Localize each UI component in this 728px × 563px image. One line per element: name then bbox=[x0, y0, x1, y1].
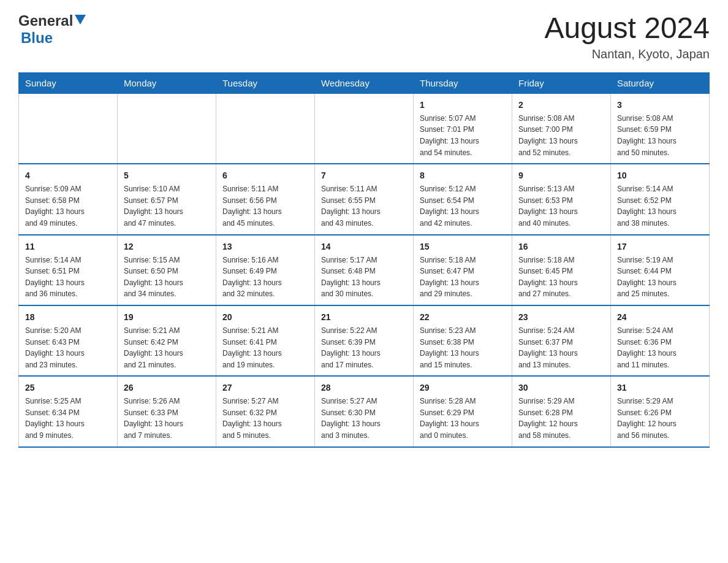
day-number: 9 bbox=[518, 169, 604, 182]
calendar-week-row: 18Sunrise: 5:20 AM Sunset: 6:43 PM Dayli… bbox=[19, 305, 710, 376]
calendar-cell: 10Sunrise: 5:14 AM Sunset: 6:52 PM Dayli… bbox=[611, 164, 710, 234]
day-info: Sunrise: 5:10 AM Sunset: 6:57 PM Dayligh… bbox=[124, 183, 210, 229]
day-number: 5 bbox=[124, 169, 210, 182]
calendar-cell: 2Sunrise: 5:08 AM Sunset: 7:00 PM Daylig… bbox=[512, 93, 611, 164]
day-info: Sunrise: 5:25 AM Sunset: 6:34 PM Dayligh… bbox=[25, 396, 111, 441]
calendar-week-row: 25Sunrise: 5:25 AM Sunset: 6:34 PM Dayli… bbox=[19, 376, 710, 446]
day-info: Sunrise: 5:08 AM Sunset: 7:00 PM Dayligh… bbox=[518, 113, 604, 158]
day-number: 23 bbox=[518, 311, 604, 324]
day-number: 12 bbox=[124, 240, 210, 253]
calendar-cell: 4Sunrise: 5:09 AM Sunset: 6:58 PM Daylig… bbox=[19, 164, 118, 234]
day-info: Sunrise: 5:20 AM Sunset: 6:43 PM Dayligh… bbox=[25, 325, 111, 370]
calendar-cell: 21Sunrise: 5:22 AM Sunset: 6:39 PM Dayli… bbox=[315, 305, 414, 376]
month-year-title: August 2024 bbox=[544, 12, 710, 45]
weekday-header-tuesday: Tuesday bbox=[216, 72, 315, 93]
calendar-cell bbox=[315, 93, 414, 164]
day-number: 8 bbox=[420, 169, 506, 182]
calendar-cell: 24Sunrise: 5:24 AM Sunset: 6:36 PM Dayli… bbox=[611, 305, 710, 376]
day-info: Sunrise: 5:11 AM Sunset: 6:55 PM Dayligh… bbox=[321, 183, 407, 229]
logo-triangle-icon bbox=[75, 15, 86, 27]
calendar-cell: 13Sunrise: 5:16 AM Sunset: 6:49 PM Dayli… bbox=[216, 235, 315, 305]
day-number: 4 bbox=[25, 169, 111, 182]
day-info: Sunrise: 5:19 AM Sunset: 6:44 PM Dayligh… bbox=[617, 255, 703, 300]
calendar-cell: 3Sunrise: 5:08 AM Sunset: 6:59 PM Daylig… bbox=[611, 93, 710, 164]
day-number: 16 bbox=[518, 240, 604, 253]
calendar-cell: 9Sunrise: 5:13 AM Sunset: 6:53 PM Daylig… bbox=[512, 164, 611, 234]
calendar-cell: 25Sunrise: 5:25 AM Sunset: 6:34 PM Dayli… bbox=[19, 376, 118, 446]
day-info: Sunrise: 5:27 AM Sunset: 6:32 PM Dayligh… bbox=[222, 396, 308, 441]
day-info: Sunrise: 5:16 AM Sunset: 6:49 PM Dayligh… bbox=[222, 255, 308, 300]
day-number: 11 bbox=[25, 240, 111, 253]
svg-marker-0 bbox=[75, 15, 86, 25]
day-info: Sunrise: 5:21 AM Sunset: 6:42 PM Dayligh… bbox=[124, 325, 210, 370]
logo-general: General bbox=[18, 12, 73, 29]
weekday-header-row: SundayMondayTuesdayWednesdayThursdayFrid… bbox=[19, 72, 710, 93]
calendar-cell: 16Sunrise: 5:18 AM Sunset: 6:45 PM Dayli… bbox=[512, 235, 611, 305]
calendar-cell: 5Sunrise: 5:10 AM Sunset: 6:57 PM Daylig… bbox=[118, 164, 216, 234]
day-info: Sunrise: 5:14 AM Sunset: 6:52 PM Dayligh… bbox=[617, 183, 703, 229]
day-info: Sunrise: 5:29 AM Sunset: 6:28 PM Dayligh… bbox=[518, 396, 604, 441]
weekday-header-friday: Friday bbox=[512, 72, 611, 93]
day-number: 31 bbox=[617, 381, 703, 394]
day-number: 1 bbox=[420, 99, 506, 112]
calendar-cell bbox=[118, 93, 216, 164]
day-info: Sunrise: 5:24 AM Sunset: 6:37 PM Dayligh… bbox=[518, 325, 604, 370]
day-info: Sunrise: 5:11 AM Sunset: 6:56 PM Dayligh… bbox=[222, 183, 308, 229]
logo-line: General bbox=[18, 12, 86, 29]
calendar-cell: 26Sunrise: 5:26 AM Sunset: 6:33 PM Dayli… bbox=[118, 376, 216, 446]
calendar-cell: 28Sunrise: 5:27 AM Sunset: 6:30 PM Dayli… bbox=[315, 376, 414, 446]
day-number: 10 bbox=[617, 169, 703, 182]
calendar-cell bbox=[19, 93, 118, 164]
calendar-cell: 20Sunrise: 5:21 AM Sunset: 6:41 PM Dayli… bbox=[216, 305, 315, 376]
logo-blue-line: Blue bbox=[18, 29, 53, 47]
weekday-header-thursday: Thursday bbox=[414, 72, 512, 93]
logo-blue: Blue bbox=[21, 29, 53, 46]
day-number: 27 bbox=[222, 381, 308, 394]
day-number: 25 bbox=[25, 381, 111, 394]
weekday-header-sunday: Sunday bbox=[19, 72, 118, 93]
day-info: Sunrise: 5:14 AM Sunset: 6:51 PM Dayligh… bbox=[25, 255, 111, 300]
calendar-header: SundayMondayTuesdayWednesdayThursdayFrid… bbox=[19, 72, 710, 93]
day-info: Sunrise: 5:12 AM Sunset: 6:54 PM Dayligh… bbox=[420, 183, 506, 229]
weekday-header-wednesday: Wednesday bbox=[315, 72, 414, 93]
calendar-week-row: 1Sunrise: 5:07 AM Sunset: 7:01 PM Daylig… bbox=[19, 93, 710, 164]
day-info: Sunrise: 5:13 AM Sunset: 6:53 PM Dayligh… bbox=[518, 183, 604, 229]
day-info: Sunrise: 5:07 AM Sunset: 7:01 PM Dayligh… bbox=[420, 113, 506, 158]
day-info: Sunrise: 5:28 AM Sunset: 6:29 PM Dayligh… bbox=[420, 396, 506, 441]
calendar-cell: 30Sunrise: 5:29 AM Sunset: 6:28 PM Dayli… bbox=[512, 376, 611, 446]
calendar-cell: 29Sunrise: 5:28 AM Sunset: 6:29 PM Dayli… bbox=[414, 376, 512, 446]
day-info: Sunrise: 5:15 AM Sunset: 6:50 PM Dayligh… bbox=[124, 255, 210, 300]
calendar-cell bbox=[216, 93, 315, 164]
day-info: Sunrise: 5:08 AM Sunset: 6:59 PM Dayligh… bbox=[617, 113, 703, 158]
day-info: Sunrise: 5:24 AM Sunset: 6:36 PM Dayligh… bbox=[617, 325, 703, 370]
day-number: 28 bbox=[321, 381, 407, 394]
day-number: 20 bbox=[222, 311, 308, 324]
calendar-cell: 8Sunrise: 5:12 AM Sunset: 6:54 PM Daylig… bbox=[414, 164, 512, 234]
logo: General Blue bbox=[18, 12, 86, 47]
day-number: 7 bbox=[321, 169, 407, 182]
day-info: Sunrise: 5:23 AM Sunset: 6:38 PM Dayligh… bbox=[420, 325, 506, 370]
day-number: 13 bbox=[222, 240, 308, 253]
calendar-cell: 1Sunrise: 5:07 AM Sunset: 7:01 PM Daylig… bbox=[414, 93, 512, 164]
title-block: August 2024 Nantan, Kyoto, Japan bbox=[544, 12, 710, 61]
day-info: Sunrise: 5:22 AM Sunset: 6:39 PM Dayligh… bbox=[321, 325, 407, 370]
calendar-table: SundayMondayTuesdayWednesdayThursdayFrid… bbox=[18, 72, 710, 448]
day-info: Sunrise: 5:26 AM Sunset: 6:33 PM Dayligh… bbox=[124, 396, 210, 441]
calendar-cell: 11Sunrise: 5:14 AM Sunset: 6:51 PM Dayli… bbox=[19, 235, 118, 305]
day-info: Sunrise: 5:17 AM Sunset: 6:48 PM Dayligh… bbox=[321, 255, 407, 300]
day-number: 3 bbox=[617, 99, 703, 112]
day-number: 19 bbox=[124, 311, 210, 324]
page-header: General Blue August 2024 Nantan, Kyoto, … bbox=[18, 12, 710, 61]
day-number: 17 bbox=[617, 240, 703, 253]
day-number: 15 bbox=[420, 240, 506, 253]
calendar-cell: 14Sunrise: 5:17 AM Sunset: 6:48 PM Dayli… bbox=[315, 235, 414, 305]
calendar-week-row: 11Sunrise: 5:14 AM Sunset: 6:51 PM Dayli… bbox=[19, 235, 710, 305]
calendar-body: 1Sunrise: 5:07 AM Sunset: 7:01 PM Daylig… bbox=[19, 93, 710, 446]
day-number: 30 bbox=[518, 381, 604, 394]
calendar-cell: 15Sunrise: 5:18 AM Sunset: 6:47 PM Dayli… bbox=[414, 235, 512, 305]
day-info: Sunrise: 5:18 AM Sunset: 6:47 PM Dayligh… bbox=[420, 255, 506, 300]
day-number: 26 bbox=[124, 381, 210, 394]
day-number: 2 bbox=[518, 99, 604, 112]
calendar-cell: 23Sunrise: 5:24 AM Sunset: 6:37 PM Dayli… bbox=[512, 305, 611, 376]
day-number: 21 bbox=[321, 311, 407, 324]
